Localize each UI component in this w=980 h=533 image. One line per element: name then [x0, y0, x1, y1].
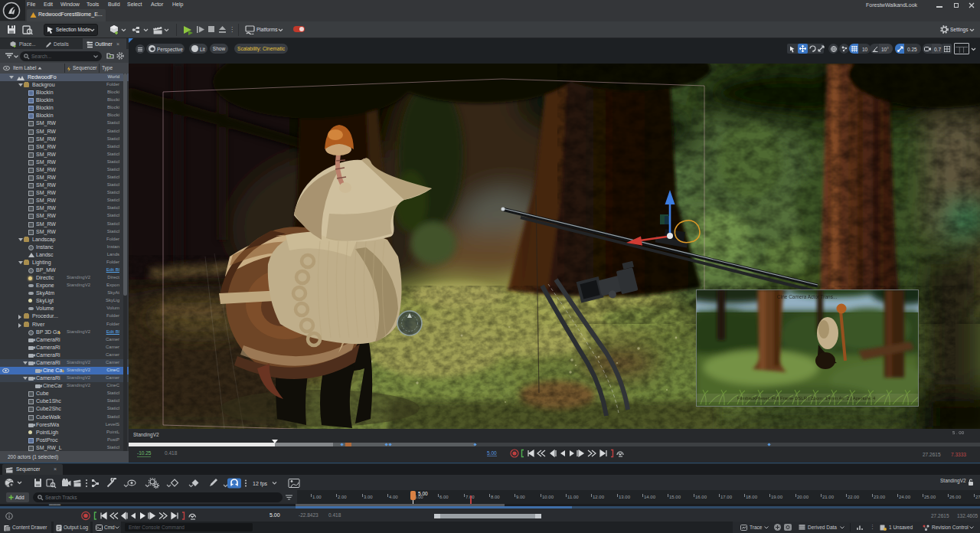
svg-text:FilmbackPreset: Full Frame DSL: FilmbackPreset: Full Frame DSLR | Zoom: …	[737, 396, 876, 401]
svg-text:12 fps: 12 fps	[253, 481, 268, 487]
svg-text:Cine Camera Actor Trans...: Cine Camera Actor Trans...	[777, 294, 838, 299]
